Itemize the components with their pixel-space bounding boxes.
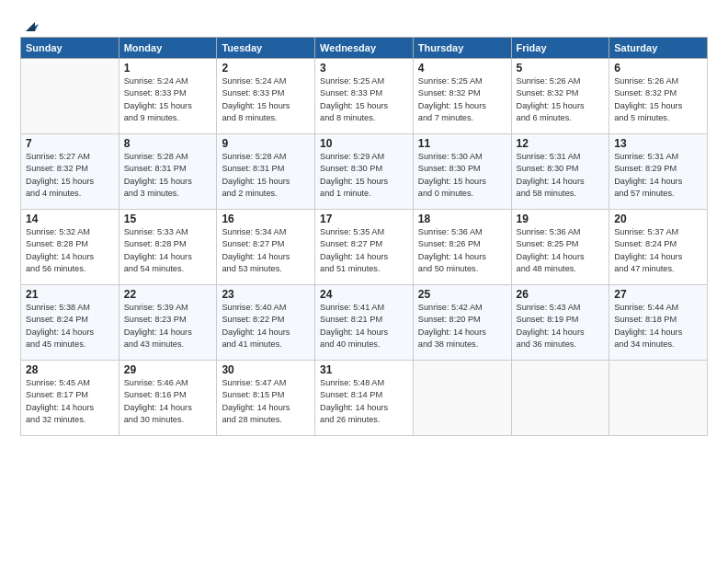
- day-detail: Sunrise: 5:46 AM Sunset: 8:16 PM Dayligh…: [124, 377, 212, 426]
- day-detail: Sunrise: 5:38 AM Sunset: 8:24 PM Dayligh…: [26, 302, 114, 350]
- day-detail: Sunrise: 5:34 AM Sunset: 8:27 PM Dayligh…: [222, 226, 310, 275]
- day-detail: Sunrise: 5:31 AM Sunset: 8:29 PM Dayligh…: [614, 151, 702, 200]
- day-number: 11: [418, 137, 506, 150]
- calendar-week-4: 21Sunrise: 5:38 AM Sunset: 8:24 PM Dayli…: [21, 285, 708, 361]
- day-number: 18: [418, 213, 506, 225]
- day-number: 19: [517, 213, 605, 225]
- calendar-cell: 14Sunrise: 5:32 AM Sunset: 8:28 PM Dayli…: [21, 210, 119, 285]
- day-number: 14: [26, 213, 114, 225]
- day-number: 29: [124, 363, 212, 376]
- calendar-cell: 18Sunrise: 5:36 AM Sunset: 8:26 PM Dayli…: [413, 210, 511, 285]
- day-number: 30: [222, 363, 310, 376]
- calendar-cell: 2Sunrise: 5:24 AM Sunset: 8:33 PM Daylig…: [217, 59, 315, 134]
- day-detail: Sunrise: 5:28 AM Sunset: 8:31 PM Dayligh…: [222, 151, 310, 200]
- day-detail: Sunrise: 5:39 AM Sunset: 8:23 PM Dayligh…: [124, 302, 212, 350]
- day-detail: Sunrise: 5:45 AM Sunset: 8:17 PM Dayligh…: [26, 377, 114, 426]
- day-detail: Sunrise: 5:48 AM Sunset: 8:14 PM Dayligh…: [320, 377, 408, 426]
- day-number: 3: [320, 62, 408, 75]
- day-number: 4: [418, 62, 506, 75]
- day-number: 7: [26, 137, 114, 150]
- calendar-cell: 3Sunrise: 5:25 AM Sunset: 8:33 PM Daylig…: [315, 59, 414, 134]
- day-detail: Sunrise: 5:26 AM Sunset: 8:32 PM Dayligh…: [517, 75, 605, 124]
- day-number: 17: [320, 213, 408, 225]
- day-number: 10: [320, 137, 408, 150]
- header-cell-wednesday: Wednesday: [315, 38, 414, 59]
- day-detail: Sunrise: 5:28 AM Sunset: 8:31 PM Dayligh…: [124, 151, 212, 200]
- calendar-page: SundayMondayTuesdayWednesdayThursdayFrid…: [0, 0, 728, 563]
- day-number: 26: [517, 288, 605, 301]
- calendar-cell: 8Sunrise: 5:28 AM Sunset: 8:31 PM Daylig…: [119, 134, 217, 210]
- day-number: 20: [614, 213, 702, 225]
- day-number: 31: [320, 363, 408, 376]
- logo: [20, 17, 42, 31]
- day-detail: Sunrise: 5:24 AM Sunset: 8:33 PM Dayligh…: [124, 75, 212, 124]
- calendar-cell: 10Sunrise: 5:29 AM Sunset: 8:30 PM Dayli…: [315, 134, 414, 210]
- calendar-cell: 19Sunrise: 5:36 AM Sunset: 8:25 PM Dayli…: [511, 210, 609, 285]
- calendar-cell: 4Sunrise: 5:25 AM Sunset: 8:32 PM Daylig…: [413, 59, 511, 134]
- day-number: 25: [418, 288, 506, 301]
- day-number: 8: [124, 137, 212, 150]
- calendar-table: SundayMondayTuesdayWednesdayThursdayFrid…: [20, 37, 708, 436]
- calendar-week-5: 28Sunrise: 5:45 AM Sunset: 8:17 PM Dayli…: [21, 361, 708, 436]
- day-detail: Sunrise: 5:42 AM Sunset: 8:20 PM Dayligh…: [418, 302, 506, 350]
- calendar-week-3: 14Sunrise: 5:32 AM Sunset: 8:28 PM Dayli…: [21, 210, 708, 285]
- calendar-cell: 16Sunrise: 5:34 AM Sunset: 8:27 PM Dayli…: [217, 210, 315, 285]
- day-detail: Sunrise: 5:26 AM Sunset: 8:32 PM Dayligh…: [614, 75, 702, 124]
- day-detail: Sunrise: 5:36 AM Sunset: 8:26 PM Dayligh…: [418, 226, 506, 275]
- calendar-cell: 12Sunrise: 5:31 AM Sunset: 8:30 PM Dayli…: [511, 134, 609, 210]
- logo-icon: [22, 15, 42, 35]
- calendar-cell: 7Sunrise: 5:27 AM Sunset: 8:32 PM Daylig…: [21, 134, 119, 210]
- calendar-cell: 17Sunrise: 5:35 AM Sunset: 8:27 PM Dayli…: [315, 210, 414, 285]
- day-detail: Sunrise: 5:25 AM Sunset: 8:32 PM Dayligh…: [418, 75, 506, 124]
- day-detail: Sunrise: 5:32 AM Sunset: 8:28 PM Dayligh…: [26, 226, 114, 275]
- calendar-cell: 20Sunrise: 5:37 AM Sunset: 8:24 PM Dayli…: [609, 210, 708, 285]
- svg-marker-1: [26, 22, 35, 31]
- header-cell-monday: Monday: [119, 38, 217, 59]
- calendar-cell: 28Sunrise: 5:45 AM Sunset: 8:17 PM Dayli…: [21, 361, 119, 436]
- calendar-cell: 11Sunrise: 5:30 AM Sunset: 8:30 PM Dayli…: [413, 134, 511, 210]
- calendar-week-2: 7Sunrise: 5:27 AM Sunset: 8:32 PM Daylig…: [21, 134, 708, 210]
- day-number: 2: [222, 62, 310, 75]
- day-detail: Sunrise: 5:36 AM Sunset: 8:25 PM Dayligh…: [517, 226, 605, 275]
- day-number: 24: [320, 288, 408, 301]
- day-number: 16: [222, 213, 310, 225]
- day-detail: Sunrise: 5:27 AM Sunset: 8:32 PM Dayligh…: [26, 151, 114, 200]
- day-detail: Sunrise: 5:40 AM Sunset: 8:22 PM Dayligh…: [222, 302, 310, 350]
- calendar-cell: 25Sunrise: 5:42 AM Sunset: 8:20 PM Dayli…: [413, 285, 511, 361]
- day-detail: Sunrise: 5:44 AM Sunset: 8:18 PM Dayligh…: [614, 302, 702, 350]
- day-detail: Sunrise: 5:29 AM Sunset: 8:30 PM Dayligh…: [320, 151, 408, 200]
- calendar-body: 1Sunrise: 5:24 AM Sunset: 8:33 PM Daylig…: [21, 59, 708, 436]
- calendar-cell: [21, 59, 119, 134]
- calendar-cell: 23Sunrise: 5:40 AM Sunset: 8:22 PM Dayli…: [217, 285, 315, 361]
- calendar-cell: 31Sunrise: 5:48 AM Sunset: 8:14 PM Dayli…: [315, 361, 414, 436]
- day-number: 13: [614, 137, 702, 150]
- day-number: 28: [26, 363, 114, 376]
- calendar-cell: 5Sunrise: 5:26 AM Sunset: 8:32 PM Daylig…: [511, 59, 609, 134]
- day-number: 9: [222, 137, 310, 150]
- header-cell-thursday: Thursday: [413, 38, 511, 59]
- calendar-cell: 24Sunrise: 5:41 AM Sunset: 8:21 PM Dayli…: [315, 285, 414, 361]
- day-detail: Sunrise: 5:35 AM Sunset: 8:27 PM Dayligh…: [320, 226, 408, 275]
- calendar-cell: 15Sunrise: 5:33 AM Sunset: 8:28 PM Dayli…: [119, 210, 217, 285]
- header-cell-saturday: Saturday: [609, 38, 708, 59]
- day-detail: Sunrise: 5:24 AM Sunset: 8:33 PM Dayligh…: [222, 75, 310, 124]
- calendar-cell: 21Sunrise: 5:38 AM Sunset: 8:24 PM Dayli…: [21, 285, 119, 361]
- day-detail: Sunrise: 5:33 AM Sunset: 8:28 PM Dayligh…: [124, 226, 212, 275]
- calendar-cell: 27Sunrise: 5:44 AM Sunset: 8:18 PM Dayli…: [609, 285, 708, 361]
- day-detail: Sunrise: 5:30 AM Sunset: 8:30 PM Dayligh…: [418, 151, 506, 200]
- calendar-cell: 26Sunrise: 5:43 AM Sunset: 8:19 PM Dayli…: [511, 285, 609, 361]
- day-number: 27: [614, 288, 702, 301]
- calendar-cell: [413, 361, 511, 436]
- header-cell-friday: Friday: [511, 38, 609, 59]
- header-cell-sunday: Sunday: [21, 38, 119, 59]
- day-detail: Sunrise: 5:41 AM Sunset: 8:21 PM Dayligh…: [320, 302, 408, 350]
- day-detail: Sunrise: 5:43 AM Sunset: 8:19 PM Dayligh…: [517, 302, 605, 350]
- day-detail: Sunrise: 5:25 AM Sunset: 8:33 PM Dayligh…: [320, 75, 408, 124]
- calendar-cell: 6Sunrise: 5:26 AM Sunset: 8:32 PM Daylig…: [609, 59, 708, 134]
- calendar-cell: 30Sunrise: 5:47 AM Sunset: 8:15 PM Dayli…: [217, 361, 315, 436]
- calendar-week-1: 1Sunrise: 5:24 AM Sunset: 8:33 PM Daylig…: [21, 59, 708, 134]
- calendar-cell: 13Sunrise: 5:31 AM Sunset: 8:29 PM Dayli…: [609, 134, 708, 210]
- day-detail: Sunrise: 5:31 AM Sunset: 8:30 PM Dayligh…: [517, 151, 605, 200]
- day-detail: Sunrise: 5:37 AM Sunset: 8:24 PM Dayligh…: [614, 226, 702, 275]
- calendar-cell: 29Sunrise: 5:46 AM Sunset: 8:16 PM Dayli…: [119, 361, 217, 436]
